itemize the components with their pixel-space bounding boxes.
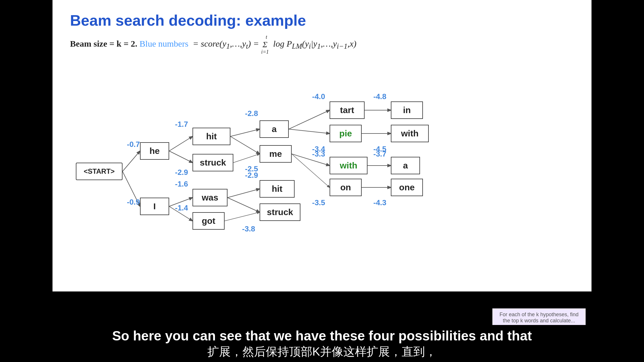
slide: Beam search decoding: example Beam size …: [52, 0, 592, 291]
caption-chinese: 扩展，然后保持顶部K并像这样扩展，直到，: [0, 344, 644, 359]
node-one: one: [391, 179, 423, 196]
node-hit1: hit: [192, 128, 230, 145]
subtitle-plain: Beam size = k = 2.: [70, 39, 137, 48]
node-struck2: struck: [260, 203, 300, 221]
score-on: -3.5: [312, 198, 325, 207]
svg-line-11: [225, 212, 260, 221]
score-a: -2.8: [245, 109, 258, 118]
svg-line-9: [228, 189, 260, 198]
node-got: got: [192, 212, 225, 230]
node-on: on: [330, 179, 362, 196]
caption-english: So here you can see that we have these f…: [0, 328, 644, 344]
score-got: -1.4: [175, 203, 188, 212]
svg-line-15: [292, 154, 330, 187]
node-struck1: struck: [192, 154, 233, 171]
score-in: -4.8: [373, 92, 386, 101]
note-box: For each of the k hypotheses, find the t…: [492, 308, 586, 327]
score-hit1: -1.7: [175, 120, 188, 129]
score-one: -4.3: [373, 198, 386, 207]
node-with-green: with: [330, 157, 368, 174]
node-he: he: [140, 142, 169, 160]
svg-line-6: [230, 129, 260, 136]
slide-subtitle: Beam size = k = 2. Blue numbers = score(…: [70, 34, 574, 55]
bottom-caption: So here you can see that we have these f…: [0, 325, 644, 362]
node-hit2: hit: [260, 180, 295, 198]
node-in: in: [391, 101, 423, 119]
score-was: -1.6: [175, 180, 188, 189]
score-i: -0.9: [127, 198, 140, 207]
node-a: a: [260, 120, 289, 138]
svg-line-7: [230, 136, 260, 154]
score-a2: -3.7: [373, 150, 386, 159]
svg-line-13: [289, 129, 330, 133]
score-hit2: -2.9: [245, 171, 258, 180]
score-struck1: -2.9: [175, 168, 188, 177]
diagram-area: <START> he I hit struck was got a me hit: [70, 64, 574, 285]
svg-line-12: [289, 110, 330, 129]
score-tart: -4.0: [312, 92, 325, 101]
slide-title: Beam search decoding: example: [70, 12, 574, 29]
svg-line-3: [169, 151, 192, 163]
node-start: <START>: [76, 163, 123, 180]
svg-line-0: [123, 151, 140, 171]
score-he: -0.7: [127, 140, 140, 149]
note-text: For each of the k hypotheses, find the t…: [499, 312, 578, 324]
node-i: I: [140, 198, 169, 215]
node-pie: pie: [330, 125, 362, 142]
node-me: me: [260, 145, 292, 163]
score-with-green: -3.3: [312, 150, 325, 159]
node-a2: a: [391, 157, 420, 174]
score-struck2: -3.8: [242, 224, 255, 233]
svg-line-8: [233, 154, 260, 163]
svg-line-10: [228, 198, 260, 212]
node-was: was: [192, 189, 228, 206]
subtitle-formula: = score(y1,…,yt) = t Σ i=1 log PLM(yi|y1…: [190, 39, 356, 48]
subtitle-blue: Blue numbers: [139, 39, 188, 48]
node-with2: with: [391, 125, 429, 142]
svg-line-2: [169, 136, 192, 151]
node-tart: tart: [330, 101, 365, 119]
